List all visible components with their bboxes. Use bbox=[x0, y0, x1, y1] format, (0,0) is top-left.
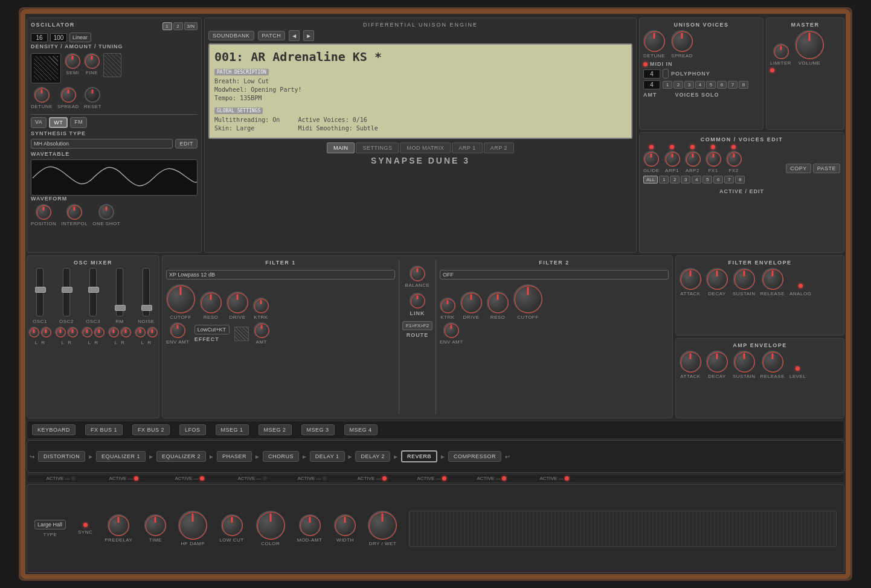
filter1-cutoff-knob[interactable] bbox=[166, 284, 195, 313]
osc3-r-knob[interactable] bbox=[94, 327, 104, 337]
fx1-knob[interactable] bbox=[705, 151, 721, 167]
filter2-cutoff-knob[interactable] bbox=[513, 284, 542, 313]
copy-btn[interactable]: COPY bbox=[786, 164, 811, 173]
mod-tab-mseg3[interactable]: MSEG 3 bbox=[301, 424, 335, 435]
soundbank-btn[interactable]: SOUNDBANK bbox=[208, 31, 254, 40]
aenv-release-knob[interactable] bbox=[762, 351, 783, 372]
oneshot-knob[interactable] bbox=[98, 204, 114, 220]
polyphony-dropdown[interactable] bbox=[663, 69, 669, 78]
osc2-fader[interactable] bbox=[63, 268, 70, 316]
filter2-type-dropdown[interactable]: OFF bbox=[440, 270, 669, 280]
voice-btn-2[interactable]: 2 bbox=[670, 176, 680, 184]
patch-btn[interactable]: PATCH bbox=[258, 31, 286, 40]
mod-tab-mseg4[interactable]: MSEG 4 bbox=[344, 424, 378, 435]
unison-spread-knob[interactable] bbox=[671, 30, 693, 52]
filter-link-knob[interactable] bbox=[410, 293, 425, 308]
voice-btn-4[interactable]: 4 bbox=[692, 176, 701, 184]
rm-fader[interactable] bbox=[116, 268, 123, 316]
fx-reverb[interactable]: REVERB bbox=[401, 450, 437, 462]
fenv-decay-knob[interactable] bbox=[706, 268, 728, 290]
detune-knob[interactable] bbox=[34, 87, 50, 103]
synthesis-fm[interactable]: FM bbox=[70, 117, 87, 128]
volume-knob[interactable] bbox=[795, 30, 824, 59]
aenv-decay-knob[interactable] bbox=[706, 351, 728, 372]
amt-display[interactable]: 4 bbox=[643, 80, 660, 89]
semi-knob[interactable] bbox=[65, 53, 80, 69]
mod-tab-lfos[interactable]: LFOs bbox=[179, 424, 206, 435]
tab-arp2[interactable]: ARP 2 bbox=[484, 142, 514, 153]
fx-delay1[interactable]: DELAY 1 bbox=[310, 451, 345, 462]
voice-btn-1[interactable]: 1 bbox=[659, 176, 669, 184]
voices-btn-3[interactable]: 3 bbox=[684, 81, 694, 89]
osc2-l-knob[interactable] bbox=[55, 327, 66, 337]
reverb-type-dropdown[interactable]: Large Hall bbox=[34, 520, 66, 529]
fx-distortion[interactable]: DISTORTION bbox=[38, 451, 85, 462]
limiter-knob[interactable] bbox=[773, 43, 789, 59]
fenv-attack-knob[interactable] bbox=[680, 268, 701, 290]
interpol-knob[interactable] bbox=[66, 204, 82, 220]
synthesis-va[interactable]: VA bbox=[31, 117, 47, 128]
polyphony-display[interactable]: 4 bbox=[643, 69, 660, 78]
hfdamp-knob[interactable] bbox=[178, 511, 207, 540]
balance-knob[interactable] bbox=[410, 266, 425, 281]
fx2-knob[interactable] bbox=[726, 151, 742, 167]
prev-patch-btn[interactable]: ◄ bbox=[289, 30, 300, 41]
voice-all-btn[interactable]: ALL bbox=[643, 176, 658, 184]
filter1-ktrk-knob[interactable] bbox=[253, 298, 269, 313]
voices-btn-8[interactable]: 8 bbox=[739, 81, 748, 89]
spread-knob[interactable] bbox=[60, 87, 76, 103]
osc1-r-knob[interactable] bbox=[40, 327, 51, 337]
voice-btn-7[interactable]: 7 bbox=[724, 176, 734, 184]
osc1-l-knob[interactable] bbox=[28, 327, 39, 337]
wavetable-dropdown[interactable]: MH Absolution bbox=[31, 139, 173, 149]
edit-btn[interactable]: EDIT bbox=[175, 139, 198, 149]
rm-l-knob[interactable] bbox=[108, 327, 119, 337]
tab-mod-matrix[interactable]: MOD MATRIX bbox=[400, 142, 451, 153]
lowcut-knob[interactable] bbox=[221, 514, 243, 536]
voice-btn-8[interactable]: 8 bbox=[735, 176, 745, 184]
osc3-fader[interactable] bbox=[89, 268, 97, 316]
paste-btn[interactable]: PASTE bbox=[813, 164, 840, 173]
fenv-release-knob[interactable] bbox=[762, 268, 783, 290]
arp1-knob[interactable] bbox=[664, 151, 680, 167]
filter1-env-knob[interactable] bbox=[170, 322, 185, 338]
predelay-knob[interactable] bbox=[108, 514, 129, 536]
osc3-l-knob[interactable] bbox=[82, 327, 92, 337]
filter1-effect-dropdown[interactable]: LowCut+KT bbox=[194, 325, 230, 334]
fx-eq2[interactable]: EQUALIZER 2 bbox=[156, 451, 206, 462]
osc-btn-3n[interactable]: 3/N bbox=[184, 22, 198, 30]
noise-r-knob[interactable] bbox=[147, 327, 158, 337]
osc1-fader[interactable] bbox=[36, 268, 43, 316]
filter1-type-dropdown[interactable]: XP Lowpass 12 dB bbox=[166, 270, 395, 280]
tuning-dropdown[interactable]: Linear bbox=[69, 33, 91, 42]
aenv-sustain-knob[interactable] bbox=[733, 351, 755, 372]
mod-tab-fxbus2[interactable]: FX BUS 2 bbox=[132, 424, 170, 435]
tab-main[interactable]: MAIN bbox=[327, 142, 355, 153]
rm-r-knob[interactable] bbox=[120, 327, 131, 337]
synthesis-wt[interactable]: WT bbox=[49, 117, 68, 128]
aenv-attack-knob[interactable] bbox=[680, 351, 701, 372]
fx-phaser[interactable]: PHASER bbox=[217, 451, 252, 462]
voices-btn-5[interactable]: 5 bbox=[706, 81, 716, 89]
osc-btn-2[interactable]: 2 bbox=[173, 22, 183, 30]
tab-settings[interactable]: SETTINGS bbox=[356, 142, 399, 153]
time-knob[interactable] bbox=[144, 514, 166, 536]
filter2-reso-knob[interactable] bbox=[487, 292, 509, 313]
reset-knob[interactable] bbox=[85, 87, 100, 103]
color-knob[interactable] bbox=[256, 511, 285, 540]
filter1-amt-knob[interactable] bbox=[254, 322, 269, 338]
mod-tab-mseg2[interactable]: MSEG 2 bbox=[259, 424, 292, 435]
voice-btn-6[interactable]: 6 bbox=[713, 176, 723, 184]
filter1-reso-knob[interactable] bbox=[200, 292, 222, 313]
mod-tab-fxbus1[interactable]: FX BUS 1 bbox=[85, 424, 123, 435]
osc2-r-knob[interactable] bbox=[67, 327, 78, 337]
amount-display[interactable]: 100 bbox=[50, 33, 67, 42]
voice-btn-5[interactable]: 5 bbox=[702, 176, 712, 184]
voices-btn-2[interactable]: 2 bbox=[673, 81, 683, 89]
voice-btn-3[interactable]: 3 bbox=[681, 176, 690, 184]
modamt-knob[interactable] bbox=[299, 514, 321, 536]
density-display[interactable]: 16 bbox=[31, 33, 48, 42]
glide-knob[interactable] bbox=[643, 151, 659, 167]
fx-compressor[interactable]: COMPRESSOR bbox=[448, 451, 501, 462]
tab-arp1[interactable]: ARP 1 bbox=[452, 142, 482, 153]
